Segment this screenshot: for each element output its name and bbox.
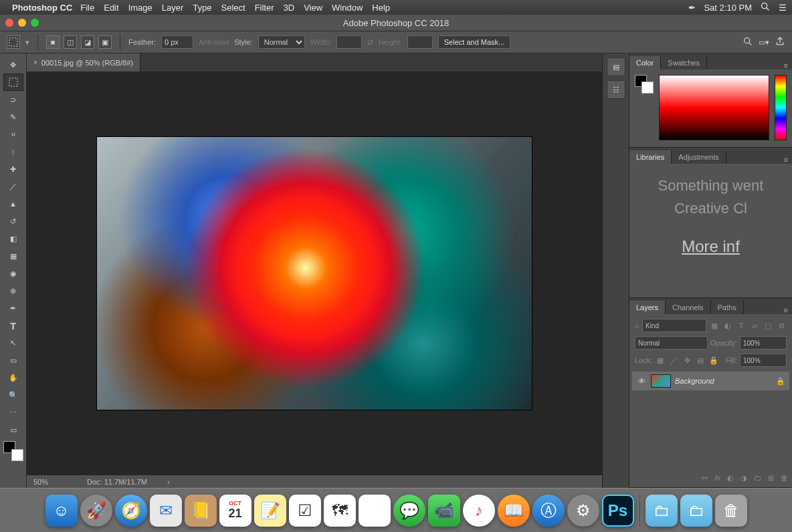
menu-image[interactable]: Image	[128, 3, 153, 13]
spotlight-icon[interactable]	[760, 1, 771, 14]
panel-menu-icon[interactable]: ≡	[784, 61, 788, 70]
dock-contacts[interactable]: 📒	[185, 495, 217, 527]
close-button[interactable]	[5, 19, 13, 27]
dock-ibooks[interactable]: 📖	[498, 495, 530, 527]
new-selection-icon[interactable]: ■	[46, 35, 60, 49]
share-icon[interactable]	[775, 36, 785, 48]
dock-messages[interactable]: 💬	[393, 495, 425, 527]
dock-itunes[interactable]: ♪	[463, 495, 495, 527]
tab-paths[interactable]: Paths	[711, 301, 744, 314]
panel-background-color[interactable]	[641, 82, 654, 94]
filter-adjust-icon[interactable]: ◐	[722, 320, 733, 331]
dock-facetime[interactable]: 📹	[428, 495, 460, 527]
filter-toggle-icon[interactable]: ⊘	[776, 320, 787, 331]
clock[interactable]: Sat 2:10 PM	[704, 3, 752, 13]
lock-pixel-icon[interactable]: ／	[668, 355, 679, 366]
layer-name[interactable]: Background	[675, 377, 772, 385]
quick-select-tool[interactable]: ✎	[3, 108, 23, 126]
new-layer-icon[interactable]: ⊞	[768, 474, 774, 483]
brush-tool[interactable]: ／	[3, 178, 23, 195]
type-tool[interactable]: T	[3, 317, 23, 334]
intersect-selection-icon[interactable]: ▣	[98, 35, 112, 49]
search-icon[interactable]	[742, 36, 753, 48]
menu-edit[interactable]: Edit	[104, 3, 118, 13]
feather-input[interactable]	[161, 35, 193, 49]
menu-window[interactable]: Window	[332, 3, 363, 13]
history-panel-icon[interactable]: ▤	[607, 57, 625, 76]
filter-pixel-icon[interactable]: ▦	[709, 320, 720, 331]
app-menu[interactable]: Photoshop CC	[12, 3, 72, 13]
layer-item[interactable]: 👁 Background 🔒	[632, 372, 789, 390]
healing-tool[interactable]: ✚	[3, 160, 23, 178]
hue-slider[interactable]	[775, 75, 787, 140]
color-field[interactable]	[659, 75, 769, 140]
current-tool-icon[interactable]	[7, 35, 20, 49]
style-select[interactable]: Normal	[258, 35, 305, 49]
dock-folder-1[interactable]: 🗀	[646, 495, 678, 527]
dock-launchpad[interactable]: 🚀	[80, 495, 112, 527]
history-brush-tool[interactable]: ↺	[3, 213, 23, 230]
filter-shape-icon[interactable]: ▱	[749, 320, 760, 331]
move-tool[interactable]: ✥	[3, 56, 23, 74]
menu-icon[interactable]: ☰	[779, 3, 787, 13]
select-and-mask-button[interactable]: Select and Mask...	[438, 35, 511, 49]
canvas-viewport[interactable]	[27, 72, 602, 475]
blend-mode-select[interactable]: Normal	[635, 336, 708, 350]
layer-thumbnail[interactable]	[651, 374, 671, 388]
menu-filter[interactable]: Filter	[255, 3, 274, 13]
menu-3d[interactable]: 3D	[284, 3, 295, 13]
fx-icon[interactable]: fx	[714, 474, 720, 482]
script-icon[interactable]: ✒	[688, 3, 696, 13]
canvas-image[interactable]	[97, 137, 532, 410]
dock-finder[interactable]: ☺	[45, 495, 78, 527]
more-info-link[interactable]: More inf	[636, 237, 785, 256]
filter-kind-select[interactable]: Kind	[642, 319, 706, 332]
blur-tool[interactable]: ◉	[3, 265, 23, 282]
dock-safari[interactable]: 🧭	[115, 495, 147, 527]
dock-appstore[interactable]: Ⓐ	[532, 495, 565, 527]
menu-view[interactable]: View	[304, 3, 322, 13]
more-tools[interactable]: ⋯	[3, 404, 23, 421]
dock-mail[interactable]: ✉	[150, 495, 182, 527]
dock-maps[interactable]: 🗺	[324, 495, 356, 527]
shape-tool[interactable]: ▭	[3, 352, 23, 369]
document-tab[interactable]: × 00015.jpg @ 50% (RGB/8#)	[27, 53, 140, 72]
lock-all-icon[interactable]: 🔒	[708, 355, 719, 366]
dock-photoshop[interactable]: Ps	[602, 495, 634, 527]
filter-search-icon[interactable]: ⌕	[635, 321, 639, 329]
background-color[interactable]	[11, 449, 23, 461]
menu-file[interactable]: File	[80, 3, 94, 13]
tab-libraries[interactable]: Libraries	[629, 150, 672, 164]
zoom-tool[interactable]: 🔍	[3, 386, 23, 404]
eyedropper-tool[interactable]: ⟊	[3, 143, 23, 160]
tool-chevron-icon[interactable]: ▾	[25, 38, 29, 47]
lock-nest-icon[interactable]: ▤	[695, 355, 706, 366]
gradient-tool[interactable]: ▦	[3, 247, 23, 265]
subtract-selection-icon[interactable]: ◪	[81, 35, 94, 49]
link-layers-icon[interactable]: ⚯	[702, 474, 708, 483]
panel-menu-icon[interactable]: ≡	[784, 156, 788, 164]
doc-size[interactable]: Doc: 11.7M/11.7M	[87, 478, 147, 486]
layer-lock-icon[interactable]: 🔒	[776, 377, 785, 386]
menu-layer[interactable]: Layer	[162, 3, 184, 13]
properties-panel-icon[interactable]: ☷	[607, 80, 625, 99]
adjustment-icon[interactable]: ◑	[740, 474, 747, 483]
dock-reminders[interactable]: ☑	[289, 495, 321, 527]
path-select-tool[interactable]: ↖	[3, 334, 23, 352]
tab-adjustments[interactable]: Adjustments	[672, 150, 726, 164]
dodge-tool[interactable]: ⊕	[3, 282, 23, 299]
zoom-level[interactable]: 50%	[33, 478, 67, 486]
tab-channels[interactable]: Channels	[666, 301, 710, 314]
opacity-input[interactable]: 100%	[740, 336, 787, 350]
dock-sysprefs[interactable]: ⚙	[567, 495, 599, 527]
tab-color[interactable]: Color	[629, 56, 661, 70]
stamp-tool[interactable]: ▲	[3, 195, 23, 213]
lasso-tool[interactable]: ⊃	[3, 91, 23, 108]
tab-layers[interactable]: Layers	[629, 301, 666, 314]
dock-notes[interactable]: 📝	[254, 495, 286, 527]
dock-calendar[interactable]: OCT21	[219, 495, 252, 527]
lock-pos-icon[interactable]: ✥	[682, 355, 692, 366]
color-swatches[interactable]	[3, 441, 23, 461]
status-chevron-icon[interactable]: ›	[167, 478, 170, 486]
hand-tool[interactable]: ✋	[3, 369, 23, 386]
